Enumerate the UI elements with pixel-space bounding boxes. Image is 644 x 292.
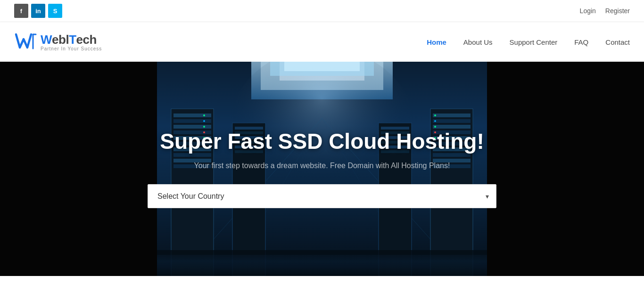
register-link[interactable]: Register xyxy=(605,7,630,15)
hero-content: Super Fast SSD Cloud Hosting! Your first… xyxy=(0,62,644,276)
nav-faq[interactable]: FAQ xyxy=(574,38,588,46)
nav-home[interactable]: Home xyxy=(427,38,446,46)
logo-tagline: Partner In Your Success xyxy=(41,46,102,51)
nav-support[interactable]: Support Center xyxy=(510,38,558,46)
main-nav: Home About Us Support Center FAQ Contact xyxy=(427,38,630,46)
hero-subtitle: Your first step towards a dream website.… xyxy=(194,162,450,170)
logo-name: WeblTech xyxy=(41,32,102,47)
top-bar-links: Login Register xyxy=(580,7,630,15)
logo-text-wrap: WeblTech Partner In Your Success xyxy=(41,32,102,51)
header: WeblTech Partner In Your Success Home Ab… xyxy=(0,22,644,62)
nav-contact[interactable]: Contact xyxy=(605,38,630,46)
logo-icon xyxy=(14,31,37,53)
login-link[interactable]: Login xyxy=(580,7,596,15)
country-select[interactable]: Select Your Country United States United… xyxy=(148,184,496,208)
social-icons-group: f in S xyxy=(14,4,62,18)
logo[interactable]: WeblTech Partner In Your Success xyxy=(14,31,102,53)
top-bar: f in S Login Register xyxy=(0,0,644,22)
hero-section: Super Fast SSD Cloud Hosting! Your first… xyxy=(0,62,644,276)
linkedin-icon[interactable]: in xyxy=(31,4,45,18)
country-select-wrapper: Select Your Country United States United… xyxy=(148,184,496,208)
skype-icon[interactable]: S xyxy=(48,4,62,18)
nav-about[interactable]: About Us xyxy=(463,38,493,46)
hero-title: Super Fast SSD Cloud Hosting! xyxy=(160,130,484,154)
facebook-icon[interactable]: f xyxy=(14,4,28,18)
